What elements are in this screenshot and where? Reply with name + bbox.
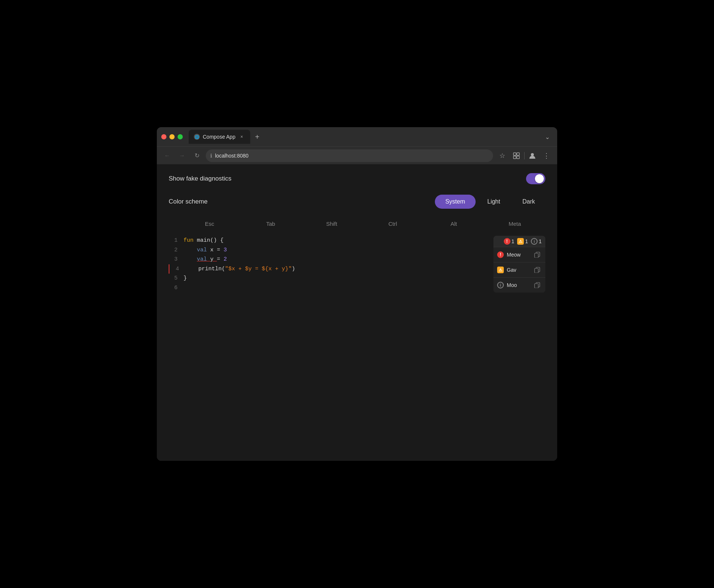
diag-info-icon: i xyxy=(497,282,504,288)
nav-actions: ☆ ⋮ xyxy=(496,149,553,162)
diag-item-meow: ! Meow xyxy=(493,247,545,262)
info-count-text: 1 xyxy=(539,238,542,244)
error-icon: ! xyxy=(504,238,510,245)
diag-item-moo: i Moo xyxy=(493,277,545,293)
editor-container: 1 fun main() { 2 val x = 3 3 xyxy=(169,236,545,293)
code-line-2: 2 val x = 3 xyxy=(169,245,545,255)
code-content-2: val x = 3 xyxy=(184,245,545,255)
address-text: localhost:8080 xyxy=(215,153,248,159)
warning-icon: ⚠ xyxy=(517,238,524,245)
nav-separator xyxy=(524,152,525,159)
diag-item-gav: ⚠ Gav xyxy=(493,262,545,277)
code-line-3: 3 val y = 2 xyxy=(169,255,545,264)
tab-title: Compose App xyxy=(203,134,235,140)
content-area: Show fake diagnostics Color scheme Syste… xyxy=(157,164,557,461)
svg-rect-3 xyxy=(517,156,519,159)
key-esc: Esc xyxy=(179,221,240,227)
toggle-knob xyxy=(535,174,544,183)
error-count-text: 1 xyxy=(512,238,515,244)
diagnostics-summary: ! 1 ⚠ 1 i 1 xyxy=(493,236,545,247)
diagnostics-settings-row: Show fake diagnostics xyxy=(169,173,545,184)
diag-copy-gav[interactable] xyxy=(533,265,542,274)
line-number-6: 6 xyxy=(169,283,178,293)
scheme-system-button[interactable]: System xyxy=(435,195,475,209)
key-tab: Tab xyxy=(240,221,301,227)
diag-copy-meow[interactable] xyxy=(533,250,542,259)
diagnostics-toggle[interactable] xyxy=(526,173,545,184)
maximize-button[interactable] xyxy=(178,134,183,139)
forward-button[interactable]: → xyxy=(176,150,188,162)
svg-rect-10 xyxy=(535,284,538,288)
code-content-1: fun main() { xyxy=(184,236,545,245)
line-number-5: 5 xyxy=(169,274,178,283)
code-content-5: } xyxy=(184,274,545,283)
refresh-button[interactable]: ↻ xyxy=(191,150,203,162)
scheme-dark-button[interactable]: Dark xyxy=(512,195,545,209)
diagnostics-label: Show fake diagnostics xyxy=(169,175,231,182)
traffic-lights xyxy=(161,134,183,139)
active-tab[interactable]: 🌐 Compose App × xyxy=(189,130,250,144)
address-bar[interactable]: ℹ localhost:8080 xyxy=(206,149,493,162)
tab-favicon: 🌐 xyxy=(194,134,200,140)
tab-bar: 🌐 Compose App × + xyxy=(189,130,539,144)
svg-rect-8 xyxy=(535,268,538,273)
color-scheme-options: System Light Dark xyxy=(435,195,545,209)
diagnostics-panel: ! 1 ⚠ 1 i 1 ! Meow xyxy=(493,236,545,293)
color-scheme-row: Color scheme System Light Dark xyxy=(169,195,545,209)
color-scheme-label: Color scheme xyxy=(169,198,435,205)
scheme-light-button[interactable]: Light xyxy=(477,195,511,209)
svg-rect-6 xyxy=(535,253,538,258)
browser-window: 🌐 Compose App × + ⌄ ← → ↻ ℹ localhost:80… xyxy=(157,127,557,461)
extensions-button[interactable] xyxy=(510,149,523,162)
code-line-5: 5 } xyxy=(169,274,545,283)
line-number-4: 4 xyxy=(170,264,179,274)
code-area: 1 fun main() { 2 val x = 3 3 xyxy=(169,236,545,293)
tab-close-button[interactable]: × xyxy=(238,133,245,140)
key-meta: Meta xyxy=(484,221,545,227)
star-button[interactable]: ☆ xyxy=(496,149,509,162)
key-shift: Shift xyxy=(301,221,362,227)
svg-point-4 xyxy=(531,153,534,156)
keyboard-row: Esc Tab Shift Ctrl Alt Meta xyxy=(169,221,545,227)
code-line-4: 4 println("$x + $y = ${x + y}") xyxy=(169,264,545,274)
key-alt: Alt xyxy=(423,221,485,227)
diag-warning-icon: ⚠ xyxy=(497,267,504,273)
profile-button[interactable] xyxy=(526,149,539,162)
diag-label-gav: Gav xyxy=(507,267,530,273)
line-number-3: 3 xyxy=(169,255,178,264)
diag-error-icon: ! xyxy=(497,251,504,258)
code-line-1: 1 fun main() { xyxy=(169,236,545,245)
address-info-icon: ℹ xyxy=(210,153,212,159)
diag-label-moo: Moo xyxy=(507,282,530,288)
diag-label-meow: Meow xyxy=(507,252,530,258)
code-line-6: 6 xyxy=(169,283,545,293)
nav-bar: ← → ↻ ℹ localhost:8080 ☆ xyxy=(157,146,557,164)
diag-copy-moo[interactable] xyxy=(533,281,542,290)
info-count: i 1 xyxy=(531,238,542,245)
warning-count: ⚠ 1 xyxy=(517,238,528,245)
code-content-4: println("$x + $y = ${x + y}") xyxy=(185,264,545,274)
title-bar: 🌐 Compose App × + ⌄ xyxy=(157,127,557,146)
menu-button[interactable]: ⋮ xyxy=(540,149,553,162)
back-button[interactable]: ← xyxy=(161,150,173,162)
window-menu-button[interactable]: ⌄ xyxy=(542,131,553,142)
code-content-3: val y = 2 xyxy=(184,255,545,264)
info-icon: i xyxy=(531,238,538,245)
close-button[interactable] xyxy=(161,134,166,139)
svg-rect-2 xyxy=(513,156,516,159)
svg-rect-1 xyxy=(517,153,519,155)
minimize-button[interactable] xyxy=(169,134,175,139)
svg-rect-0 xyxy=(513,153,516,155)
new-tab-button[interactable]: + xyxy=(252,131,263,142)
error-count: ! 1 xyxy=(504,238,515,245)
line-number-2: 2 xyxy=(169,245,178,255)
line-number-1: 1 xyxy=(169,236,178,245)
warning-count-text: 1 xyxy=(525,238,528,244)
key-ctrl: Ctrl xyxy=(362,221,423,227)
